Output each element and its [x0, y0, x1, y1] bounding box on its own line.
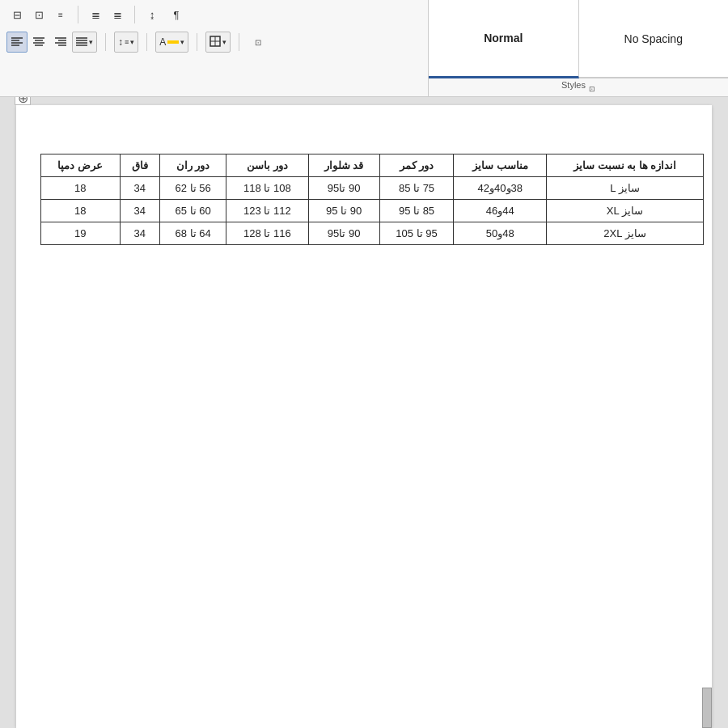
table-cell-row0-col7: 18 [41, 177, 121, 200]
table-cell-row1-col7: 18 [41, 200, 121, 222]
decrease-indent-button[interactable]: ⊟ [6, 4, 28, 25]
document-page: ⊕ اندازه ها به نسبت سایز مناسب سایز دور … [16, 105, 712, 728]
toolbar: ⊟ ⊡ ≡ ≣ ≣ ↨ ¶ [0, 0, 728, 97]
bullet-list-button[interactable]: ≣ [85, 4, 106, 25]
table-cell-row2-col6: 34 [120, 222, 160, 245]
align-center-icon [33, 36, 44, 48]
align-right-btn[interactable] [50, 32, 71, 53]
numbered-list-button[interactable]: ≣ [107, 4, 128, 25]
styles-label: Styles [561, 78, 586, 93]
show-formatting-button[interactable]: ¶ [166, 4, 187, 25]
table-cell-row2-col5: 64 تا 68 [160, 222, 226, 245]
table-header-waist: دور کمر [379, 154, 454, 177]
table-header-hip: دور باسن [226, 154, 308, 177]
table-header-fork: فاق [120, 154, 160, 177]
table-cell-row0-col3: 90 تا95 [308, 177, 379, 200]
main-layout: ⊟ ⊡ ≡ ≣ ≣ ↨ ¶ [0, 0, 728, 728]
align-right-button[interactable]: ≡ [50, 4, 71, 25]
size-table: اندازه ها به نسبت سایز مناسب سایز دور کم… [40, 154, 704, 245]
borders-grid-icon [210, 36, 221, 47]
table-cell-row0-col5: 56 تا 62 [160, 177, 226, 200]
align-center-button[interactable] [28, 32, 49, 53]
toolbar-row2: ▾ ↕ ≡ ▾ A ▾ [6, 29, 421, 55]
borders-dropdown-arrow: ▾ [222, 38, 226, 46]
shading-color-bar [167, 40, 179, 44]
table-body: سایز L38و40و4275 تا 8590 تا95108 تا 1185… [41, 177, 704, 245]
table-header-size-label: اندازه ها به نسبت سایز [547, 154, 704, 177]
table-cell-row2-col1: 48و50 [454, 222, 547, 245]
table-move-handle[interactable]: ⊕ [15, 97, 31, 105]
table-row: سایز L38و40و4275 تا 8590 تا95108 تا 1185… [41, 177, 704, 200]
indent-group: ⊟ ⊡ ≡ [6, 4, 71, 25]
increase-indent-button[interactable]: ⊡ [28, 4, 49, 25]
borders-icon [210, 36, 221, 49]
table-row: سایز XL44و4685 تا 9590 تا 95112 تا 12360… [41, 200, 704, 222]
header-size-label-text: اندازه ها به نسبت سایز [574, 159, 676, 171]
table-cell-row0-col0: سایز L [547, 177, 704, 200]
table-header-length: قد شلوار [308, 154, 379, 177]
shading-dropdown[interactable]: A ▾ [155, 32, 188, 53]
paragraph-expand-button[interactable]: ⊡ [248, 32, 269, 53]
separator3 [105, 33, 106, 51]
separator4 [146, 33, 147, 51]
table-header-fit-size: مناسب سایز [454, 154, 547, 177]
line-spacing-icon: ↕ [118, 36, 123, 48]
table-cell-row2-col3: 90 تا95 [308, 222, 379, 245]
table-header-row: اندازه ها به نسبت سایز مناسب سایز دور کم… [41, 154, 704, 177]
table-cell-row2-col4: 116 تا 128 [226, 222, 308, 245]
toolbar-row1: ⊟ ⊡ ≡ ≣ ≣ ↨ ¶ [6, 3, 421, 26]
table-cell-row1-col3: 90 تا 95 [308, 200, 379, 222]
table-cell-row2-col2: 95 تا 105 [379, 222, 454, 245]
separator1 [78, 6, 78, 23]
separator2 [134, 6, 135, 23]
table-cell-row0-col6: 34 [120, 177, 160, 200]
table-cell-row0-col2: 75 تا 85 [379, 177, 454, 200]
sort-button[interactable]: ↨ [142, 4, 163, 25]
table-cell-row1-col0: سایز XL [547, 200, 704, 222]
scrollbar[interactable] [702, 688, 712, 728]
line-spacing-arrow2: ▾ [130, 38, 134, 46]
table-cell-row1-col5: 60 تا 65 [160, 200, 226, 222]
line-spacing-dropdown-arrow: ≡ [125, 38, 129, 46]
styles-panel: Normal No Spacing Styles ⊡ [429, 0, 728, 96]
align-left-button[interactable] [6, 32, 28, 53]
justify-icon [76, 36, 87, 48]
align-left-icon [11, 36, 23, 48]
separator6 [239, 33, 239, 51]
alignment-group: ▾ [6, 32, 97, 53]
table-header-hem: عرض دمپا [41, 154, 121, 177]
table-header-thigh: دور ران [160, 154, 226, 177]
table-cell-row0-col4: 108 تا 118 [226, 177, 308, 200]
table-cell-row1-col4: 112 تا 123 [226, 200, 308, 222]
table-cell-row1-col6: 34 [120, 200, 160, 222]
normal-style-button[interactable]: Normal [429, 0, 579, 78]
dropdown-arrow: ▾ [89, 38, 93, 46]
table-row: سایز 2XL48و5095 تا 10590 تا95116 تا 1286… [41, 222, 704, 245]
table-cell-row2-col7: 19 [41, 222, 121, 245]
line-spacing-dropdown[interactable]: ↕ ≡ ▾ [114, 32, 138, 53]
no-spacing-style-button[interactable]: No Spacing [579, 0, 729, 78]
table-cell-row2-col0: سایز 2XL [547, 222, 704, 245]
content-wrapper: ⊕ اندازه ها به نسبت سایز مناسب سایز دور … [0, 97, 728, 728]
borders-dropdown[interactable]: ▾ [205, 32, 231, 53]
paragraph-section: ⊟ ⊡ ≡ ≣ ≣ ↨ ¶ [0, 0, 429, 96]
shading-dropdown-arrow: ▾ [180, 38, 184, 46]
styles-buttons: Normal No Spacing [429, 0, 728, 78]
table-cell-row1-col2: 85 تا 95 [379, 200, 454, 222]
justify-dropdown[interactable]: ▾ [72, 32, 97, 53]
shading-icon: A [159, 36, 166, 48]
table-cell-row0-col1: 38و40و42 [454, 177, 547, 200]
align-right-icon [55, 36, 66, 48]
separator5 [197, 33, 197, 51]
styles-dialog-launcher[interactable]: ⊡ [589, 85, 595, 93]
table-cell-row1-col1: 44و46 [454, 200, 547, 222]
list-group: ≣ ≣ [85, 4, 128, 25]
styles-label-container: Styles ⊡ [429, 78, 728, 96]
